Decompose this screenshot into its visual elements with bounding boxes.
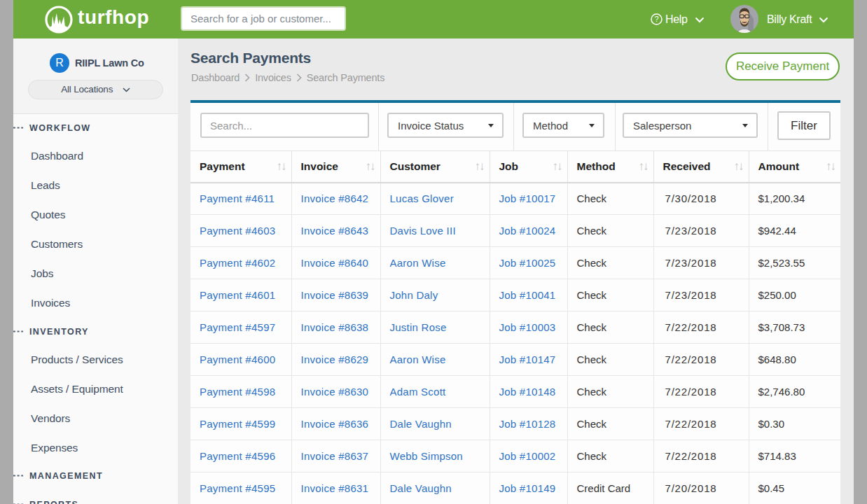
svg-text:?: ? [655,15,659,23]
